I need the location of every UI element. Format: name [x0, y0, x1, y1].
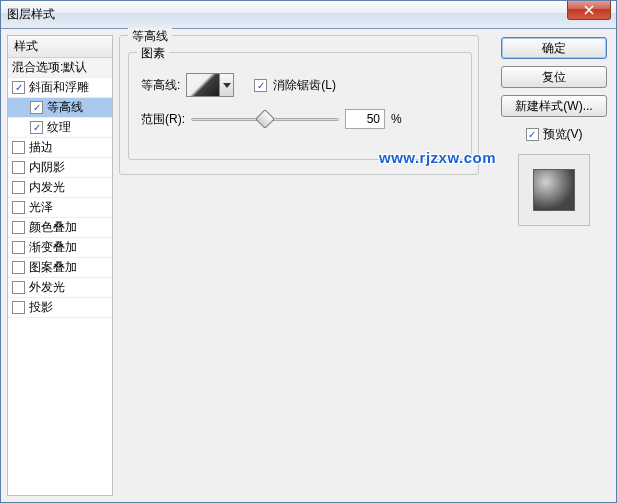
style-row-10[interactable]: 外发光	[8, 278, 112, 298]
range-label: 范围(R):	[141, 111, 185, 128]
style-checkbox[interactable]	[12, 81, 25, 94]
range-input[interactable]	[345, 109, 385, 129]
style-checkbox[interactable]	[12, 261, 25, 274]
style-row-2[interactable]: 纹理	[8, 118, 112, 138]
ok-button[interactable]: 确定	[501, 37, 607, 59]
style-label: 颜色叠加	[29, 219, 77, 236]
close-icon	[584, 5, 594, 15]
antialias-checkbox[interactable]	[254, 79, 267, 92]
style-label: 内阴影	[29, 159, 65, 176]
style-row-0[interactable]: 斜面和浮雕	[8, 78, 112, 98]
preview-toggle-row: 预览(V)	[526, 126, 583, 143]
style-label: 图案叠加	[29, 259, 77, 276]
style-label: 斜面和浮雕	[29, 79, 89, 96]
preview-label: 预览(V)	[543, 126, 583, 143]
contour-row: 等高线: 消除锯齿(L)	[141, 73, 336, 97]
preview-thumbnail	[533, 169, 575, 211]
style-label: 等高线	[47, 99, 83, 116]
style-row-4[interactable]: 内阴影	[8, 158, 112, 178]
cancel-button[interactable]: 复位	[501, 66, 607, 88]
style-row-9[interactable]: 图案叠加	[8, 258, 112, 278]
style-label: 描边	[29, 139, 53, 156]
style-checkbox[interactable]	[12, 141, 25, 154]
style-row-11[interactable]: 投影	[8, 298, 112, 318]
blend-options-row[interactable]: 混合选项:默认	[8, 58, 112, 78]
style-checkbox[interactable]	[12, 201, 25, 214]
layer-style-dialog: 图层样式 样式 混合选项:默认 斜面和浮雕等高线纹理描边内阴影内发光光泽颜色叠加…	[0, 0, 617, 503]
style-label: 光泽	[29, 199, 53, 216]
range-unit: %	[391, 112, 402, 126]
close-button[interactable]	[567, 1, 611, 20]
contour-group-legend: 等高线	[128, 28, 172, 45]
settings-panel: 等高线 图素 等高线: 消除锯齿(L) 范围(R):	[119, 35, 492, 496]
style-row-1[interactable]: 等高线	[8, 98, 112, 118]
style-row-5[interactable]: 内发光	[8, 178, 112, 198]
style-label: 外发光	[29, 279, 65, 296]
style-checkbox[interactable]	[12, 241, 25, 254]
styles-header[interactable]: 样式	[8, 36, 112, 58]
style-label: 纹理	[47, 119, 71, 136]
style-checkbox[interactable]	[12, 221, 25, 234]
contour-label: 等高线:	[141, 77, 180, 94]
style-checkbox[interactable]	[12, 301, 25, 314]
style-row-8[interactable]: 渐变叠加	[8, 238, 112, 258]
preview-checkbox[interactable]	[526, 128, 539, 141]
style-row-7[interactable]: 颜色叠加	[8, 218, 112, 238]
titlebar: 图层样式	[1, 1, 616, 29]
range-slider[interactable]	[191, 109, 339, 129]
elements-group: 图素 等高线: 消除锯齿(L) 范围(R):	[128, 52, 472, 160]
range-row: 范围(R): %	[141, 109, 402, 129]
contour-dropdown[interactable]	[220, 73, 234, 97]
style-checkbox[interactable]	[12, 181, 25, 194]
new-style-button[interactable]: 新建样式(W)...	[501, 95, 607, 117]
elements-group-legend: 图素	[137, 45, 169, 62]
action-panel: 确定 复位 新建样式(W)... 预览(V)	[498, 35, 610, 496]
preview-box	[518, 154, 590, 226]
dialog-body: 样式 混合选项:默认 斜面和浮雕等高线纹理描边内阴影内发光光泽颜色叠加渐变叠加图…	[1, 29, 616, 502]
style-checkbox[interactable]	[30, 121, 43, 134]
style-checkbox[interactable]	[30, 101, 43, 114]
style-checkbox[interactable]	[12, 281, 25, 294]
window-title: 图层样式	[7, 6, 55, 23]
contour-group: 等高线 图素 等高线: 消除锯齿(L) 范围(R):	[119, 35, 479, 175]
style-label: 内发光	[29, 179, 65, 196]
contour-picker[interactable]	[186, 73, 220, 97]
style-label: 投影	[29, 299, 53, 316]
slider-thumb[interactable]	[255, 109, 275, 129]
style-checkbox[interactable]	[12, 161, 25, 174]
style-label: 渐变叠加	[29, 239, 77, 256]
style-row-3[interactable]: 描边	[8, 138, 112, 158]
blend-options-label: 混合选项:默认	[12, 59, 87, 76]
styles-list-panel: 样式 混合选项:默认 斜面和浮雕等高线纹理描边内阴影内发光光泽颜色叠加渐变叠加图…	[7, 35, 113, 496]
antialias-label: 消除锯齿(L)	[273, 77, 336, 94]
style-row-6[interactable]: 光泽	[8, 198, 112, 218]
